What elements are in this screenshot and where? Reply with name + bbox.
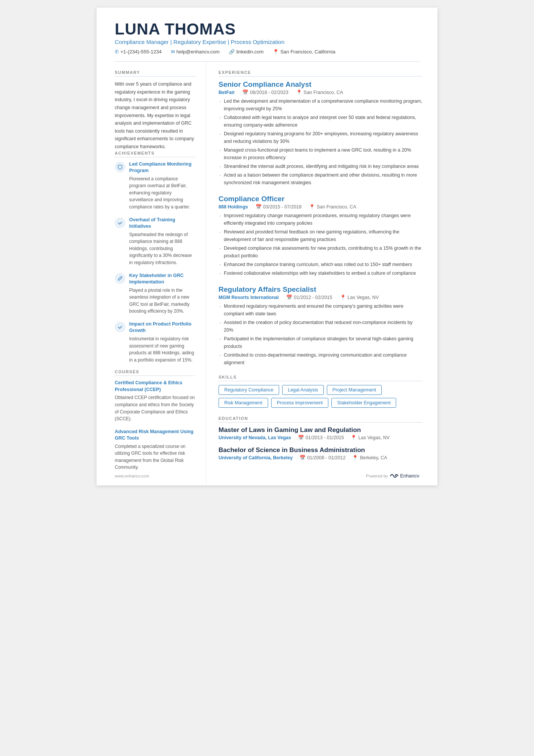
location-pin-icon: 📍 xyxy=(309,204,315,210)
course-item: Advanced Risk Management Using GRC Tools… xyxy=(115,429,195,471)
pencil-icon xyxy=(117,276,123,281)
achievement-content: Key Stakeholder in GRC Implementation Pl… xyxy=(129,272,195,315)
job-company: BetFair xyxy=(219,90,235,95)
achievement-item: Key Stakeholder in GRC Implementation Pl… xyxy=(115,272,195,315)
skills-grid: Regulatory Compliance Legal Analysis Pro… xyxy=(219,385,422,408)
enhancv-logo: Enhancv xyxy=(390,473,419,479)
course-desc: Completed a specialized course on utiliz… xyxy=(115,443,195,471)
location-pin-icon: 📍 xyxy=(340,294,346,300)
experience-item: Senior Compliance Analyst BetFair 📅 08/2… xyxy=(219,80,422,186)
achievement-icon-shield xyxy=(115,162,125,172)
education-label: EDUCATION xyxy=(219,416,422,423)
skill-tag: Project Management xyxy=(327,385,382,395)
skills-label: SKILLS xyxy=(219,375,422,381)
footer-brand: Powered by Enhancv xyxy=(366,473,419,479)
job-location: 📍 San Francisco, CA xyxy=(296,89,343,95)
course-title: Advanced Risk Management Using GRC Tools xyxy=(115,429,195,442)
experience-label: EXPERIENCE xyxy=(219,70,422,77)
location-pin-icon: 📍 xyxy=(296,89,302,95)
bullet-item: Streamlined the internal audit process, … xyxy=(219,163,422,170)
skill-tag: Risk Management xyxy=(219,398,268,408)
candidate-title: Compliance Manager | Regulatory Expertis… xyxy=(115,39,419,45)
job-date: 📅 08/2018 - 02/2023 xyxy=(242,89,288,95)
location-text: San Francisco, California xyxy=(280,49,335,55)
resume-page: LUNA THOMAS Compliance Manager | Regulat… xyxy=(97,8,437,485)
linkedin-url: linkedin.com xyxy=(236,49,264,55)
summary-label: SUMMARY xyxy=(115,70,195,77)
education-section: EDUCATION Master of Laws in Gaming Law a… xyxy=(219,416,422,460)
achievement-item: Led Compliance Monitoring Program Pionee… xyxy=(115,161,195,211)
bullet-item: Enhanced the compliance training curricu… xyxy=(219,261,422,268)
calendar-icon: 📅 xyxy=(242,89,248,95)
degree-title: Master of Laws in Gaming Law and Regulat… xyxy=(219,426,422,434)
location-pin-icon: 📍 xyxy=(351,435,357,440)
skill-tag: Legal Analysis xyxy=(282,385,324,395)
courses-label: COURSES xyxy=(115,369,195,376)
check-icon xyxy=(117,324,123,330)
bullet-item: Contributed to cross-departmental meetin… xyxy=(219,351,422,366)
achievement-item: Overhaul of Training Initiatives Spearhe… xyxy=(115,217,195,266)
bullet-item: Fostered collaborative relationships wit… xyxy=(219,269,422,277)
header-section: LUNA THOMAS Compliance Manager | Regulat… xyxy=(97,8,437,61)
bullet-item: Managed cross-functional project teams t… xyxy=(219,146,422,161)
calendar-icon: 📅 xyxy=(300,455,306,460)
school-name: University of California, Berkeley xyxy=(219,455,293,460)
course-desc: Obtained CCEP certification focused on c… xyxy=(115,394,195,422)
job-title: Compliance Officer xyxy=(219,195,422,203)
achievement-content: Led Compliance Monitoring Program Pionee… xyxy=(129,161,195,211)
achievements-section: ACHIEVEMENTS Led Compliance Monitoring P… xyxy=(115,151,195,364)
job-location: 📍 San Francisco, CA xyxy=(309,204,356,210)
education-item: Bachelor of Science in Business Administ… xyxy=(219,446,422,460)
email-contact: ✉ help@enhancv.com xyxy=(171,49,220,55)
experience-section: EXPERIENCE Senior Compliance Analyst Bet… xyxy=(219,70,422,366)
skill-tag: Process Improvement xyxy=(271,398,329,408)
linkedin-icon: 🔗 xyxy=(229,49,235,55)
job-location: 📍 Las Vegas, NV xyxy=(340,294,379,300)
bullet-item: Monitored regulatory requirements and en… xyxy=(219,302,422,318)
bullet-item: Developed compliance risk assessments fo… xyxy=(219,244,422,260)
linkedin-contact: 🔗 linkedin.com xyxy=(229,49,264,55)
bullet-item: Designed regulatory training programs fo… xyxy=(219,130,422,145)
school-name: University of Nevada, Las Vegas xyxy=(219,435,291,440)
check-icon xyxy=(117,220,123,225)
bullet-item: Acted as a liaison between the complianc… xyxy=(219,171,422,186)
achievement-desc: Spearheaded the redesign of compliance t… xyxy=(129,231,195,266)
bullet-item: Reviewed and provided formal feedback on… xyxy=(219,228,422,243)
job-meta: MGM Resorts International 📅 01/2012 - 02… xyxy=(219,294,422,300)
edu-location: 📍 Las Vegas, NV xyxy=(351,435,390,440)
achievement-desc: Pioneered a compliance program overhaul … xyxy=(129,175,195,211)
achievement-content: Overhaul of Training Initiatives Spearhe… xyxy=(129,217,195,266)
achievements-label: ACHIEVEMENTS xyxy=(115,151,195,157)
job-bullets: Improved regulatory change management pr… xyxy=(219,212,422,277)
achievement-content: Impact on Product Portfolio Growth Instr… xyxy=(129,321,195,363)
skill-tag: Regulatory Compliance xyxy=(219,385,279,395)
phone-number: +1-(234)-555-1234 xyxy=(120,49,162,55)
achievement-title: Key Stakeholder in GRC Implementation xyxy=(129,272,195,286)
bullet-item: Collaborated with legal teams to analyze… xyxy=(219,114,422,129)
skills-section: SKILLS Regulatory Compliance Legal Analy… xyxy=(219,375,422,408)
email-icon: ✉ xyxy=(171,49,175,55)
logo-icon xyxy=(390,473,398,479)
edu-meta: University of Nevada, Las Vegas 📅 01/201… xyxy=(219,435,422,440)
left-column: SUMMARY With over 5 years of compliance … xyxy=(97,62,206,485)
job-bullets: Led the development and implementation o… xyxy=(219,97,422,186)
bullet-item: Led the development and implementation o… xyxy=(219,97,422,113)
right-column: EXPERIENCE Senior Compliance Analyst Bet… xyxy=(206,62,437,485)
calendar-icon: 📅 xyxy=(256,204,262,210)
contact-line: ✆ +1-(234)-555-1234 ✉ help@enhancv.com 🔗… xyxy=(115,49,419,55)
achievement-item: Impact on Product Portfolio Growth Instr… xyxy=(115,321,195,363)
bullet-item: Assisted in the creation of policy docum… xyxy=(219,319,422,334)
job-title: Regulatory Affairs Specialist xyxy=(219,285,422,294)
job-date: 📅 03/2015 - 07/2018 xyxy=(256,204,301,210)
email-address: help@enhancv.com xyxy=(176,49,220,55)
main-content: SUMMARY With over 5 years of compliance … xyxy=(97,62,437,485)
candidate-name: LUNA THOMAS xyxy=(115,21,419,37)
job-title: Senior Compliance Analyst xyxy=(219,80,422,89)
job-company: 888 Holdings xyxy=(219,204,248,210)
job-meta: 888 Holdings 📅 03/2015 - 07/2018 📍 San F… xyxy=(219,204,422,210)
achievement-title: Impact on Product Portfolio Growth xyxy=(129,321,195,334)
education-item: Master of Laws in Gaming Law and Regulat… xyxy=(219,426,422,440)
edu-date: 📅 01/2008 - 01/2012 xyxy=(300,455,345,460)
edu-meta: University of California, Berkeley 📅 01/… xyxy=(219,455,422,460)
job-company: MGM Resorts International xyxy=(219,295,279,300)
